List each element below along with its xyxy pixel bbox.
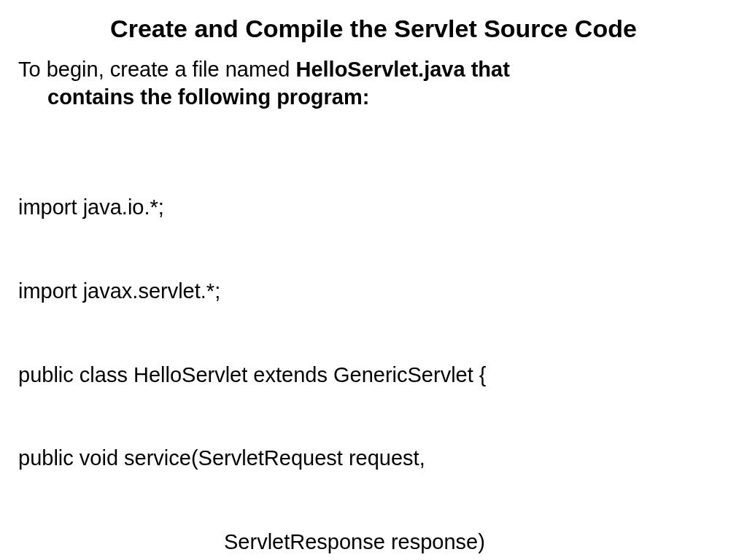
intro-paragraph: To begin, create a file named HelloServl… — [18, 56, 729, 111]
code-line: import java.io.*; — [18, 193, 729, 221]
code-line: public class HelloServlet extends Generi… — [18, 361, 729, 389]
intro-bold-filename: HelloServlet.java that — [295, 58, 509, 81]
slide-title: Create and Compile the Servlet Source Co… — [18, 15, 729, 43]
intro-bold-line2: contains the following program: — [18, 84, 369, 112]
code-line: ServletResponse response) — [18, 528, 729, 556]
intro-prefix: To begin, create a file named — [18, 58, 295, 81]
slide-container: Create and Compile the Servlet Source Co… — [0, 0, 747, 560]
code-line: public void service(ServletRequest reque… — [18, 444, 729, 472]
code-block: import java.io.*; import javax.servlet.*… — [18, 137, 729, 560]
code-line: import javax.servlet.*; — [18, 277, 729, 305]
